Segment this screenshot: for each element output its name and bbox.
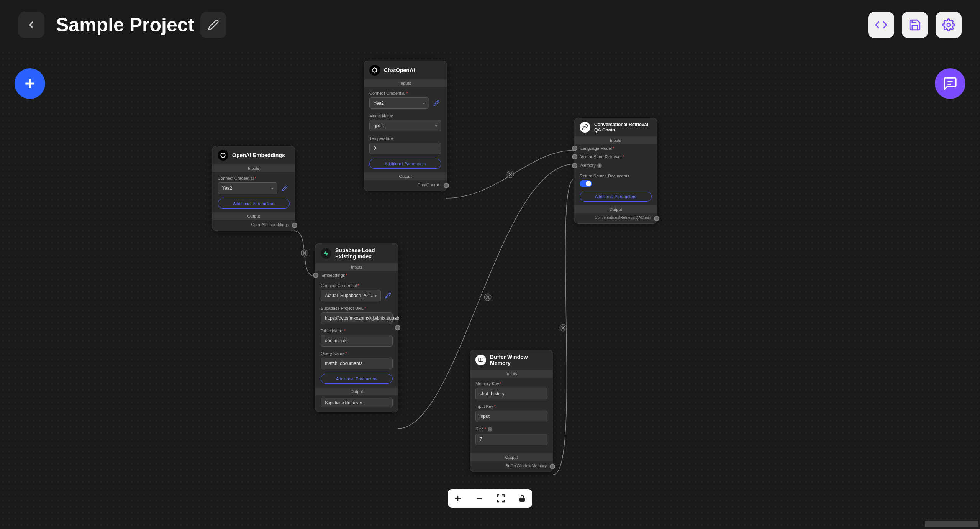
node-title: Supabase Load Existing Index [335, 247, 393, 260]
edit-credential-button[interactable] [383, 291, 393, 301]
node-title: OpenAI Embeddings [232, 152, 285, 158]
project-url-input[interactable]: https://dcpsfmkozpmxkljwbnix.supab [321, 312, 393, 324]
openai-icon [369, 65, 380, 76]
input-port-language-model[interactable]: Language Model* [574, 144, 657, 153]
code-icon [875, 18, 888, 31]
zoom-in-button[interactable] [452, 492, 464, 504]
connect-credential-select[interactable]: Yea2 [218, 182, 277, 194]
lock-button[interactable] [516, 492, 528, 504]
gear-icon [942, 18, 955, 31]
additional-params-button[interactable]: Additional Parameters [321, 374, 393, 384]
output-header: Output [364, 172, 447, 180]
model-name-select[interactable]: gpt-4 [369, 120, 441, 131]
connect-credential-label: Connect Credential* [321, 283, 393, 288]
fit-view-button[interactable] [495, 492, 507, 504]
output-port-conv-chain[interactable]: ConversationalRetrievalQAChain [574, 213, 657, 223]
model-name-label: Model Name [369, 113, 441, 118]
node-title: Buffer Window Memory [490, 354, 547, 366]
lock-icon [518, 494, 527, 503]
svg-line-7 [303, 251, 306, 255]
node-buffer-memory[interactable]: Buffer Window Memory Inputs Memory Key* … [470, 350, 553, 472]
flow-canvas[interactable]: OpenAI Embeddings Inputs Connect Credent… [0, 50, 980, 529]
supabase-icon [321, 248, 331, 259]
connect-credential-select[interactable]: Yea2 [369, 97, 429, 109]
svg-line-9 [509, 173, 512, 176]
output-port-openai-embeddings[interactable]: OpenAIEmbeddings [212, 220, 295, 231]
svg-rect-24 [520, 498, 524, 501]
input-key-input[interactable]: input [475, 411, 547, 422]
output-port-chat-openai[interactable]: ChatOpenAI [364, 180, 447, 191]
edit-title-button[interactable] [200, 12, 226, 38]
info-icon[interactable]: i [597, 163, 602, 168]
pencil-icon [433, 100, 439, 106]
input-key-label: Input Key* [475, 404, 547, 409]
inputs-header: Inputs [574, 136, 657, 144]
chevron-left-icon [25, 19, 38, 31]
node-conv-chain[interactable]: Conversational Retrieval QA Chain Inputs… [574, 118, 657, 224]
additional-params-button[interactable]: Additional Parameters [218, 199, 290, 209]
output-select-supabase[interactable]: Supabase Retriever [321, 398, 393, 407]
connect-credential-label: Connect Credential* [218, 176, 290, 181]
svg-line-16 [562, 326, 565, 329]
code-button[interactable] [868, 12, 894, 38]
connect-credential-select[interactable]: Actual_Supabase_API... [321, 290, 381, 301]
edit-credential-button[interactable] [280, 183, 290, 193]
pencil-icon [282, 185, 288, 191]
return-docs-label: Return Source Documents [580, 174, 652, 178]
inputs-header: Inputs [470, 370, 553, 378]
chat-button[interactable] [935, 68, 965, 99]
fullscreen-icon [496, 494, 505, 503]
output-header: Output [212, 212, 295, 220]
node-chat-openai[interactable]: ChatOpenAI Inputs Connect Credential* Ye… [364, 61, 447, 191]
additional-params-button[interactable]: Additional Parameters [369, 159, 441, 169]
save-button[interactable] [902, 12, 928, 38]
svg-point-14 [560, 324, 567, 331]
svg-point-0 [947, 23, 951, 27]
svg-line-10 [509, 173, 512, 176]
edit-credential-button[interactable] [431, 98, 441, 108]
horizontal-scrollbar[interactable] [925, 521, 978, 527]
inputs-header: Inputs [212, 164, 295, 172]
input-port-memory[interactable]: Memoryi [574, 161, 657, 170]
back-button[interactable] [18, 12, 44, 38]
size-input[interactable]: 7 [475, 434, 547, 445]
inputs-header: Inputs [364, 79, 447, 87]
node-openai-embeddings[interactable]: OpenAI Embeddings Inputs Connect Credent… [212, 146, 295, 231]
node-title: ChatOpenAI [384, 67, 415, 73]
output-port-buffer-memory[interactable]: BufferWindowMemory [470, 461, 553, 472]
temperature-label: Temperature [369, 136, 441, 141]
project-url-label: Supabase Project URL* [321, 306, 393, 310]
plus-icon [22, 76, 38, 91]
inputs-header: Inputs [315, 263, 398, 271]
additional-params-button[interactable]: Additional Parameters [580, 192, 652, 202]
return-docs-toggle[interactable] [580, 180, 592, 187]
minus-icon [475, 494, 484, 503]
svg-line-15 [562, 326, 565, 329]
node-supabase[interactable]: Supabase Load Existing Index Inputs Embe… [315, 243, 398, 412]
chat-icon [942, 76, 958, 91]
zoom-controls [448, 489, 532, 508]
svg-line-6 [303, 251, 306, 255]
svg-line-13 [486, 296, 489, 299]
temperature-input[interactable]: 0 [369, 143, 441, 154]
memory-key-input[interactable]: chat_history [475, 388, 547, 399]
table-name-input[interactable]: documents [321, 335, 393, 347]
table-name-label: Table Name* [321, 329, 393, 333]
node-title: Conversational Retrieval QA Chain [594, 122, 652, 133]
size-label: Size*i [475, 427, 547, 432]
zoom-out-button[interactable] [473, 492, 485, 504]
input-port-embeddings[interactable]: Embeddings* [315, 271, 398, 279]
project-title: Sample Project [56, 14, 194, 36]
output-header: Output [315, 388, 398, 395]
settings-button[interactable] [936, 12, 962, 38]
input-port-vector-retriever[interactable]: Vector Store Retriever* [574, 153, 657, 161]
add-node-button[interactable] [15, 68, 45, 99]
query-name-input[interactable]: match_documents [321, 358, 393, 369]
svg-line-12 [486, 296, 489, 299]
chain-icon [580, 122, 590, 133]
query-name-label: Query Name* [321, 351, 393, 356]
info-icon[interactable]: i [488, 427, 492, 432]
save-icon [908, 18, 921, 31]
memory-icon [475, 355, 486, 365]
connect-credential-label: Connect Credential* [369, 91, 441, 95]
